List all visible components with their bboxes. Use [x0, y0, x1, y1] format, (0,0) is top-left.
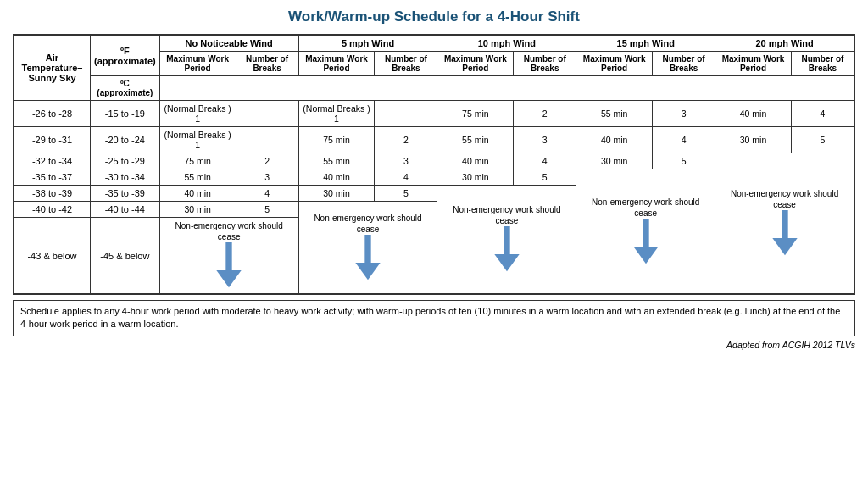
w15-breaks-header: Number of Breaks	[653, 52, 715, 76]
header-row-3: ºC (approximate)	[14, 76, 854, 101]
w20-max-header: Maximum Work Period	[715, 52, 792, 76]
w5-breaks-cell: 4	[375, 169, 437, 186]
w10-breaks-cell: 4	[514, 153, 576, 169]
w5-period-cell: 40 min	[298, 169, 375, 186]
svg-rect-4	[504, 226, 509, 256]
w15-breaks-cell: 5	[653, 153, 715, 169]
no-wind-breaks-cell: 3	[236, 169, 298, 186]
w5-period-cell: (Normal Breaks ) 1	[298, 101, 375, 127]
f-cell: -30 to -34	[91, 169, 160, 186]
w5-breaks-cell	[375, 101, 437, 127]
no-wind-breaks-cell: 4	[236, 186, 298, 202]
no-wind-period-cell: 75 min	[159, 153, 236, 169]
no-wind-period-cell: (Normal Breaks ) 1	[159, 127, 236, 153]
f-header: ºF (approximate)	[91, 36, 160, 76]
no-wind-period-cell: 30 min	[159, 202, 236, 218]
w20-breaks-cell: 4	[791, 101, 854, 127]
svg-rect-6	[364, 235, 370, 264]
w5-breaks-cell: 5	[375, 186, 437, 202]
svg-marker-5	[494, 254, 519, 271]
svg-marker-1	[772, 238, 797, 255]
c-approx-header: ºC (approximate)	[91, 76, 160, 101]
w10-cease-cell: Non-emergency work should cease	[437, 186, 576, 294]
no-wind-period-cell: 40 min	[159, 186, 236, 202]
w20-cease-cell: Non-emergency work should cease	[715, 153, 854, 294]
no-wind-cease-cell: Non-emergency work should cease	[159, 218, 298, 294]
w15-breaks-cell: 3	[653, 101, 715, 127]
w10-breaks-header: Number of Breaks	[514, 52, 576, 76]
w20-period-cell: 30 min	[715, 127, 792, 153]
w5-period-cell: 30 min	[298, 186, 375, 202]
w5-period-cell: 55 min	[298, 153, 375, 169]
w5-max-header: Maximum Work Period	[298, 52, 375, 76]
w15-period-cell: 30 min	[576, 153, 653, 169]
c-cell: -43 & below	[14, 218, 91, 294]
w10-period-cell: 30 min	[437, 169, 514, 186]
w10-period-cell: 40 min	[437, 153, 514, 169]
svg-marker-9	[217, 270, 242, 287]
w5-breaks-cell: 2	[375, 127, 437, 153]
w5-cease-cell: Non-emergency work should cease	[298, 202, 437, 294]
f-cell: -45 & below	[91, 218, 160, 294]
f-cell: -40 to -44	[91, 202, 160, 218]
wind20-header: 20 mph Wind	[715, 36, 854, 52]
w20-breaks-cell: 5	[791, 127, 854, 153]
w10-period-cell: 55 min	[437, 127, 514, 153]
no-wind-period-cell: (Normal Breaks ) 1	[159, 101, 236, 127]
w20-period-cell: 40 min	[715, 101, 792, 127]
w10-period-cell: 75 min	[437, 101, 514, 127]
w20-breaks-header: Number of Breaks	[791, 52, 854, 76]
f-cell: -20 to -24	[91, 127, 160, 153]
table-row: -32 to -34-25 to -2975 min255 min340 min…	[14, 153, 854, 169]
no-wind-breaks-cell: 2	[236, 153, 298, 169]
no-wind-breaks-header: Number of Breaks	[236, 52, 298, 76]
header-row-1: Air Temperature–Sunny Sky ºF (approximat…	[14, 36, 854, 52]
w5-breaks-header: Number of Breaks	[375, 52, 437, 76]
no-wind-breaks-cell	[236, 127, 298, 153]
footnote-box: Schedule applies to any 4-hour work peri…	[13, 300, 855, 336]
svg-rect-2	[643, 219, 648, 248]
w15-breaks-cell: 4	[653, 127, 715, 153]
f-cell: -15 to -19	[91, 101, 160, 127]
no-wind-breaks-cell: 5	[236, 202, 298, 218]
wind10-header: 10 mph Wind	[437, 36, 576, 52]
w15-cease-cell: Non-emergency work should cease	[576, 169, 715, 294]
w15-period-cell: 55 min	[576, 101, 653, 127]
no-wind-period-cell: 55 min	[159, 169, 236, 186]
no-wind-header: No Noticeable Wind	[159, 36, 298, 52]
w5-breaks-cell: 3	[375, 153, 437, 169]
w10-breaks-cell: 3	[514, 127, 576, 153]
c-cell: -29 to -31	[14, 127, 91, 153]
w5-period-cell: 75 min	[298, 127, 375, 153]
f-cell: -25 to -29	[91, 153, 160, 169]
w10-breaks-cell: 2	[514, 101, 576, 127]
c-cell: -40 to -42	[14, 202, 91, 218]
footnote-text: Schedule applies to any 4-hour work peri…	[20, 306, 840, 329]
w10-breaks-cell: 5	[514, 169, 576, 186]
main-table-wrapper: Air Temperature–Sunny Sky ºF (approximat…	[13, 34, 855, 295]
table-row: -26 to -28-15 to -19(Normal Breaks ) 1(N…	[14, 101, 854, 127]
schedule-table: Air Temperature–Sunny Sky ºF (approximat…	[14, 35, 854, 294]
table-row: -29 to -31-20 to -24(Normal Breaks ) 175…	[14, 127, 854, 153]
c-cell: -32 to -34	[14, 153, 91, 169]
svg-rect-0	[782, 210, 787, 240]
f-cell: -35 to -39	[91, 186, 160, 202]
c-cell: -38 to -39	[14, 186, 91, 202]
c-cell: -26 to -28	[14, 101, 91, 127]
w10-max-header: Maximum Work Period	[437, 52, 514, 76]
svg-rect-8	[226, 242, 232, 272]
w15-period-cell: 40 min	[576, 127, 653, 153]
no-wind-max-header: Maximum Work Period	[159, 52, 236, 76]
wind15-header: 15 mph Wind	[576, 36, 715, 52]
page-title: Work/Warm-up Schedule for a 4-Hour Shift	[13, 8, 855, 25]
table-body: -26 to -28-15 to -19(Normal Breaks ) 1(N…	[14, 101, 854, 294]
no-wind-breaks-cell	[236, 101, 298, 127]
adapted-text: Adapted from ACGIH 2012 TLVs	[13, 340, 855, 350]
w15-max-header: Maximum Work Period	[576, 52, 653, 76]
c-cell: -35 to -37	[14, 169, 91, 186]
air-temp-header: Air Temperature–Sunny Sky	[14, 36, 91, 101]
wind5-header: 5 mph Wind	[298, 36, 437, 52]
svg-marker-7	[355, 263, 380, 280]
svg-marker-3	[633, 247, 658, 264]
